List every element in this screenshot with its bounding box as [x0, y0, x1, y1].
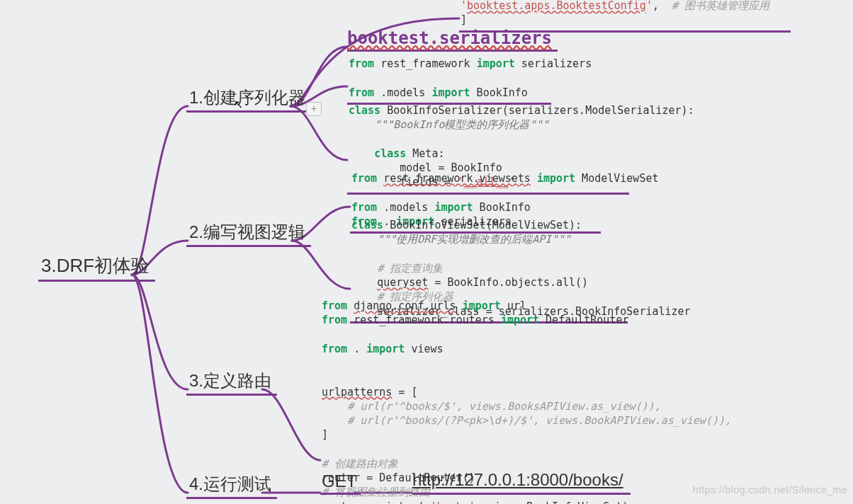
code-serializer-imports: from rest_framework import serializers f… [347, 55, 551, 105]
node-root[interactable]: 3.DRF初体验 [38, 252, 155, 282]
node-define-routes[interactable]: 3.定义路由 [186, 368, 277, 396]
node-http-method: GET [320, 471, 361, 495]
title-serializers: booktest.serializers [347, 28, 558, 52]
node-test-url[interactable]: http://127.0.0.1:8000/books/ [412, 470, 631, 495]
mouse-cursor: ↖ [234, 98, 243, 111]
url-text: http://127.0.0.1:8000/books/ [412, 470, 623, 489]
code-installed-apps: 'booktest.apps.BooktestConfig', # 图书英雄管理… [459, 0, 791, 33]
node-create-serializer[interactable]: 1.创建序列化器 [186, 85, 311, 113]
node-write-views[interactable]: 2.编写视图逻辑 [186, 219, 311, 247]
node-run-test[interactable]: 4.运行测试 [186, 471, 277, 499]
expand-button[interactable]: + [306, 102, 322, 116]
watermark: https://blog.csdn.net/Silence_me [693, 484, 847, 496]
